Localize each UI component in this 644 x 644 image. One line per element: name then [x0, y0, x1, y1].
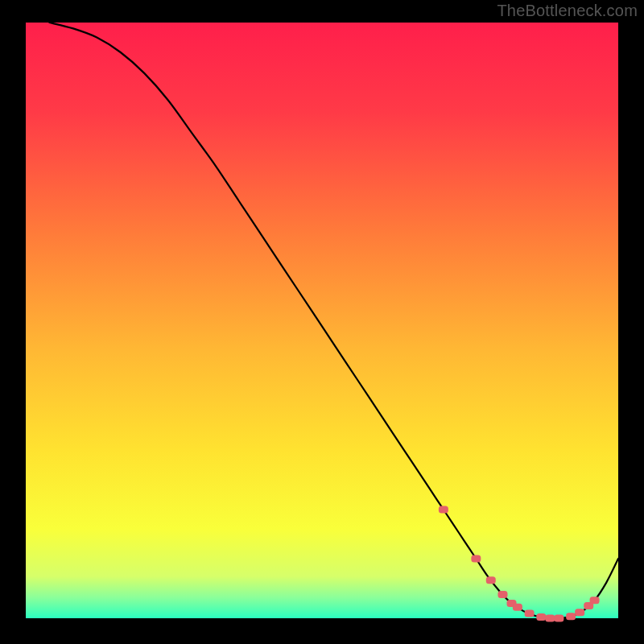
- curve-marker: [554, 615, 564, 622]
- curve-marker: [545, 615, 555, 622]
- curve-marker: [525, 610, 535, 617]
- curve-marker: [566, 613, 576, 620]
- curve-layer: [26, 23, 618, 618]
- curve-marker: [513, 604, 522, 611]
- curve-marker: [486, 576, 496, 584]
- plot-area: [26, 23, 618, 618]
- watermark-text: TheBottleneck.com: [497, 2, 638, 20]
- curve-marker: [575, 609, 584, 616]
- bottleneck-curve: [49, 23, 618, 618]
- curve-marker: [471, 555, 481, 563]
- curve-marker: [590, 597, 600, 604]
- curve-markers: [439, 506, 600, 621]
- curve-marker: [439, 506, 448, 513]
- chart-container: TheBottleneck.com: [0, 0, 644, 644]
- curve-marker: [536, 613, 546, 621]
- curve-marker: [497, 591, 507, 598]
